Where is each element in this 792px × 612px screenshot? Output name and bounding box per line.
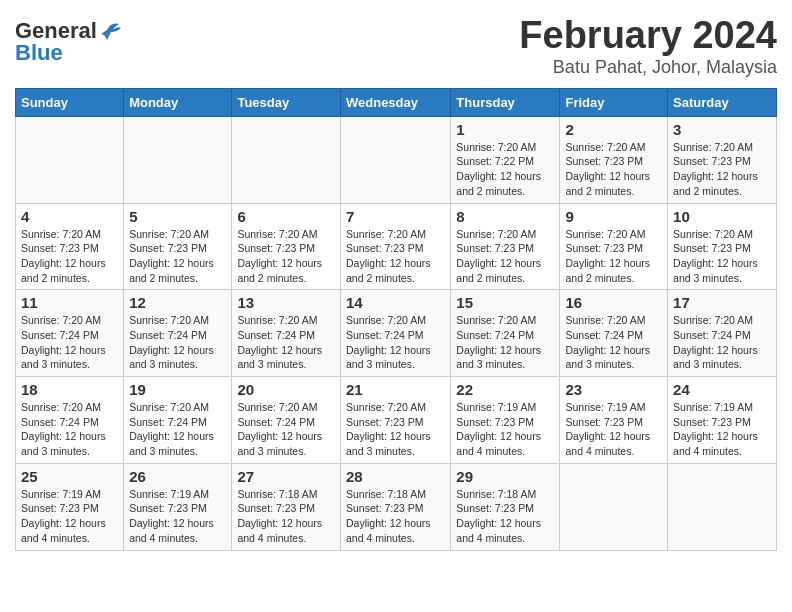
day-info: Sunrise: 7:20 AM Sunset: 7:23 PM Dayligh… [673,227,771,286]
day-info: Sunrise: 7:20 AM Sunset: 7:23 PM Dayligh… [129,227,226,286]
weekday-header-row: SundayMondayTuesdayWednesdayThursdayFrid… [16,88,777,116]
day-number: 13 [237,294,335,311]
calendar-cell: 3Sunrise: 7:20 AM Sunset: 7:23 PM Daylig… [668,116,777,203]
calendar-cell: 1Sunrise: 7:20 AM Sunset: 7:22 PM Daylig… [451,116,560,203]
calendar-week-row: 4Sunrise: 7:20 AM Sunset: 7:23 PM Daylig… [16,203,777,290]
calendar-week-row: 25Sunrise: 7:19 AM Sunset: 7:23 PM Dayli… [16,463,777,550]
weekday-header-friday: Friday [560,88,668,116]
header: General Blue February 2024 Batu Pahat, J… [15,15,777,78]
weekday-header-wednesday: Wednesday [340,88,450,116]
day-number: 5 [129,208,226,225]
calendar-cell: 26Sunrise: 7:19 AM Sunset: 7:23 PM Dayli… [124,463,232,550]
calendar-cell [340,116,450,203]
day-number: 22 [456,381,554,398]
day-info: Sunrise: 7:20 AM Sunset: 7:23 PM Dayligh… [21,227,118,286]
calendar-cell: 11Sunrise: 7:20 AM Sunset: 7:24 PM Dayli… [16,290,124,377]
day-info: Sunrise: 7:20 AM Sunset: 7:23 PM Dayligh… [565,140,662,199]
calendar-cell [16,116,124,203]
day-info: Sunrise: 7:20 AM Sunset: 7:24 PM Dayligh… [565,313,662,372]
calendar-cell: 21Sunrise: 7:20 AM Sunset: 7:23 PM Dayli… [340,377,450,464]
day-info: Sunrise: 7:20 AM Sunset: 7:24 PM Dayligh… [21,400,118,459]
day-number: 16 [565,294,662,311]
weekday-header-thursday: Thursday [451,88,560,116]
day-number: 24 [673,381,771,398]
day-number: 8 [456,208,554,225]
logo-text-general: General [15,20,97,42]
day-number: 25 [21,468,118,485]
calendar-cell: 22Sunrise: 7:19 AM Sunset: 7:23 PM Dayli… [451,377,560,464]
calendar-week-row: 18Sunrise: 7:20 AM Sunset: 7:24 PM Dayli… [16,377,777,464]
day-number: 10 [673,208,771,225]
calendar-cell: 9Sunrise: 7:20 AM Sunset: 7:23 PM Daylig… [560,203,668,290]
day-number: 23 [565,381,662,398]
calendar-cell: 27Sunrise: 7:18 AM Sunset: 7:23 PM Dayli… [232,463,341,550]
day-info: Sunrise: 7:20 AM Sunset: 7:24 PM Dayligh… [237,400,335,459]
day-number: 11 [21,294,118,311]
calendar-cell: 18Sunrise: 7:20 AM Sunset: 7:24 PM Dayli… [16,377,124,464]
calendar-cell: 29Sunrise: 7:18 AM Sunset: 7:23 PM Dayli… [451,463,560,550]
calendar-cell: 17Sunrise: 7:20 AM Sunset: 7:24 PM Dayli… [668,290,777,377]
day-info: Sunrise: 7:20 AM Sunset: 7:22 PM Dayligh… [456,140,554,199]
day-number: 6 [237,208,335,225]
calendar-cell [668,463,777,550]
day-number: 15 [456,294,554,311]
calendar-cell [232,116,341,203]
logo-bird-icon [99,18,121,40]
day-number: 14 [346,294,445,311]
day-info: Sunrise: 7:20 AM Sunset: 7:23 PM Dayligh… [346,400,445,459]
calendar-header: SundayMondayTuesdayWednesdayThursdayFrid… [16,88,777,116]
calendar-table: SundayMondayTuesdayWednesdayThursdayFrid… [15,88,777,551]
day-info: Sunrise: 7:20 AM Sunset: 7:24 PM Dayligh… [456,313,554,372]
weekday-header-saturday: Saturday [668,88,777,116]
day-info: Sunrise: 7:20 AM Sunset: 7:24 PM Dayligh… [673,313,771,372]
day-info: Sunrise: 7:19 AM Sunset: 7:23 PM Dayligh… [565,400,662,459]
day-info: Sunrise: 7:19 AM Sunset: 7:23 PM Dayligh… [21,487,118,546]
logo-text-blue: Blue [15,40,63,65]
weekday-header-sunday: Sunday [16,88,124,116]
title-area: February 2024 Batu Pahat, Johor, Malaysi… [519,15,777,78]
day-number: 12 [129,294,226,311]
calendar-cell: 4Sunrise: 7:20 AM Sunset: 7:23 PM Daylig… [16,203,124,290]
day-info: Sunrise: 7:20 AM Sunset: 7:24 PM Dayligh… [21,313,118,372]
day-info: Sunrise: 7:20 AM Sunset: 7:23 PM Dayligh… [456,227,554,286]
calendar-cell: 7Sunrise: 7:20 AM Sunset: 7:23 PM Daylig… [340,203,450,290]
day-info: Sunrise: 7:19 AM Sunset: 7:23 PM Dayligh… [456,400,554,459]
day-info: Sunrise: 7:18 AM Sunset: 7:23 PM Dayligh… [237,487,335,546]
calendar-cell: 6Sunrise: 7:20 AM Sunset: 7:23 PM Daylig… [232,203,341,290]
calendar-cell: 24Sunrise: 7:19 AM Sunset: 7:23 PM Dayli… [668,377,777,464]
day-number: 17 [673,294,771,311]
calendar-cell: 20Sunrise: 7:20 AM Sunset: 7:24 PM Dayli… [232,377,341,464]
calendar-cell: 23Sunrise: 7:19 AM Sunset: 7:23 PM Dayli… [560,377,668,464]
calendar-cell: 2Sunrise: 7:20 AM Sunset: 7:23 PM Daylig… [560,116,668,203]
day-info: Sunrise: 7:20 AM Sunset: 7:23 PM Dayligh… [346,227,445,286]
day-number: 28 [346,468,445,485]
calendar-cell: 8Sunrise: 7:20 AM Sunset: 7:23 PM Daylig… [451,203,560,290]
day-number: 19 [129,381,226,398]
calendar-cell: 19Sunrise: 7:20 AM Sunset: 7:24 PM Dayli… [124,377,232,464]
day-number: 4 [21,208,118,225]
day-info: Sunrise: 7:20 AM Sunset: 7:24 PM Dayligh… [129,400,226,459]
day-info: Sunrise: 7:20 AM Sunset: 7:23 PM Dayligh… [237,227,335,286]
calendar-cell: 10Sunrise: 7:20 AM Sunset: 7:23 PM Dayli… [668,203,777,290]
day-number: 9 [565,208,662,225]
calendar-cell: 12Sunrise: 7:20 AM Sunset: 7:24 PM Dayli… [124,290,232,377]
calendar-cell: 13Sunrise: 7:20 AM Sunset: 7:24 PM Dayli… [232,290,341,377]
calendar-week-row: 11Sunrise: 7:20 AM Sunset: 7:24 PM Dayli… [16,290,777,377]
main-title: February 2024 [519,15,777,57]
day-info: Sunrise: 7:20 AM Sunset: 7:24 PM Dayligh… [237,313,335,372]
day-info: Sunrise: 7:20 AM Sunset: 7:24 PM Dayligh… [129,313,226,372]
calendar-cell: 5Sunrise: 7:20 AM Sunset: 7:23 PM Daylig… [124,203,232,290]
day-info: Sunrise: 7:20 AM Sunset: 7:24 PM Dayligh… [346,313,445,372]
weekday-header-monday: Monday [124,88,232,116]
day-info: Sunrise: 7:20 AM Sunset: 7:23 PM Dayligh… [673,140,771,199]
day-number: 29 [456,468,554,485]
day-number: 21 [346,381,445,398]
calendar-cell [560,463,668,550]
day-number: 7 [346,208,445,225]
subtitle: Batu Pahat, Johor, Malaysia [519,57,777,78]
calendar-body: 1Sunrise: 7:20 AM Sunset: 7:22 PM Daylig… [16,116,777,550]
day-number: 18 [21,381,118,398]
calendar-cell: 15Sunrise: 7:20 AM Sunset: 7:24 PM Dayli… [451,290,560,377]
calendar-week-row: 1Sunrise: 7:20 AM Sunset: 7:22 PM Daylig… [16,116,777,203]
day-number: 20 [237,381,335,398]
